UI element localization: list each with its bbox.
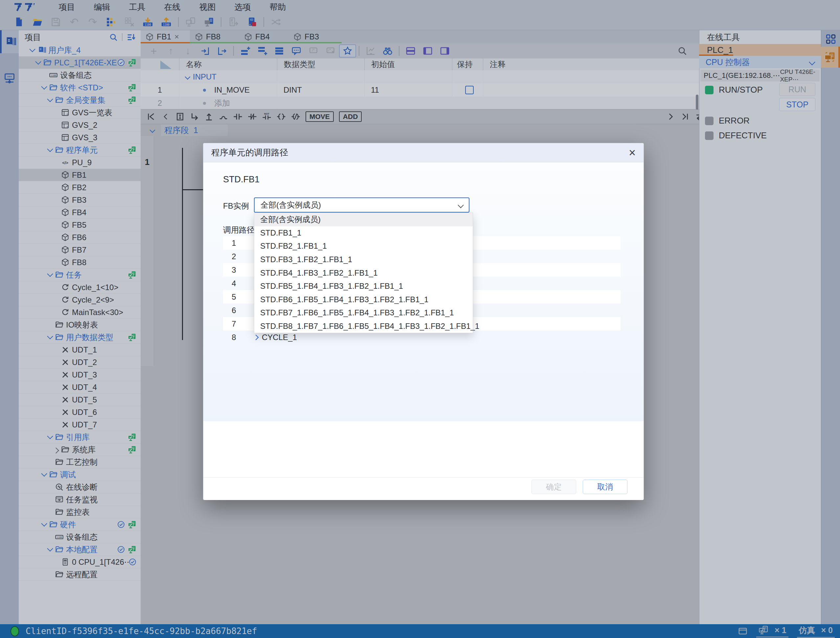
dropdown-option[interactable]: STD.FB2_1.FB1_1 [254, 240, 473, 253]
ok-button[interactable]: 确定 [532, 480, 576, 494]
fb-instance-label: FB实例 [223, 201, 249, 211]
dropdown-option[interactable]: STD.FB4_1.FB3_1.FB2_1.FB1_1 [254, 266, 473, 280]
path-row-value: CYCLE_1 [262, 333, 297, 342]
fb-instance-value: 全部(含实例成员) [261, 200, 321, 210]
call-path-dialog: 程序单元的调用路径 × STD.FB1 FB实例 全部(含实例成员) 调用路径 … [203, 143, 644, 500]
dropdown-option[interactable]: STD.FB5_1.FB4_1.FB3_1.FB2_1.FB1_1 [254, 280, 473, 293]
select-chevron-icon [458, 202, 464, 208]
path-row-number: 8 [223, 333, 245, 342]
dialog-title: 程序单元的调用路径 [211, 147, 288, 158]
dialog-footer: 确定 取消 [203, 477, 644, 500]
path-row-number: 4 [223, 279, 245, 288]
dropdown-option[interactable]: STD.FB8_1.FB7_1.FB6_1.FB5_1.FB4_1.FB3_1.… [254, 320, 473, 333]
path-row-number: 6 [223, 306, 245, 315]
path-row-number: 5 [223, 292, 245, 302]
dropdown-option[interactable]: STD.FB6_1.FB5_1.FB4_1.FB3_1.FB2_1.FB1_1 [254, 293, 473, 306]
dropdown-option[interactable]: STD.FB7_1.FB6_1.FB5_1.FB4_1.FB3_1.FB2_1.… [254, 306, 473, 320]
path-row-number: 7 [223, 319, 245, 328]
expand-chevron-icon[interactable] [253, 335, 259, 340]
cancel-button[interactable]: 取消 [583, 480, 627, 494]
dropdown-option[interactable]: STD.FB1_1 [254, 226, 473, 240]
path-row-number: 3 [223, 265, 245, 275]
dialog-header: 程序单元的调用路径 × [203, 143, 644, 162]
path-row-number: 1 [223, 238, 245, 248]
dropdown-option[interactable]: STD.FB3_1.FB2_1.FB1_1 [254, 253, 473, 267]
dropdown-option[interactable]: 全部(含实例成员) [254, 213, 473, 226]
call-path-label: 调用路径 [223, 225, 254, 235]
fb-instance-dropdown: 全部(含实例成员)STD.FB1_1STD.FB2_1.FB1_1STD.FB3… [254, 213, 473, 333]
dialog-subject: STD.FB1 [223, 174, 259, 185]
dialog-close-icon[interactable]: × [629, 147, 636, 159]
path-row-number: 2 [223, 252, 245, 261]
fb-instance-select[interactable]: 全部(含实例成员) [254, 197, 469, 213]
